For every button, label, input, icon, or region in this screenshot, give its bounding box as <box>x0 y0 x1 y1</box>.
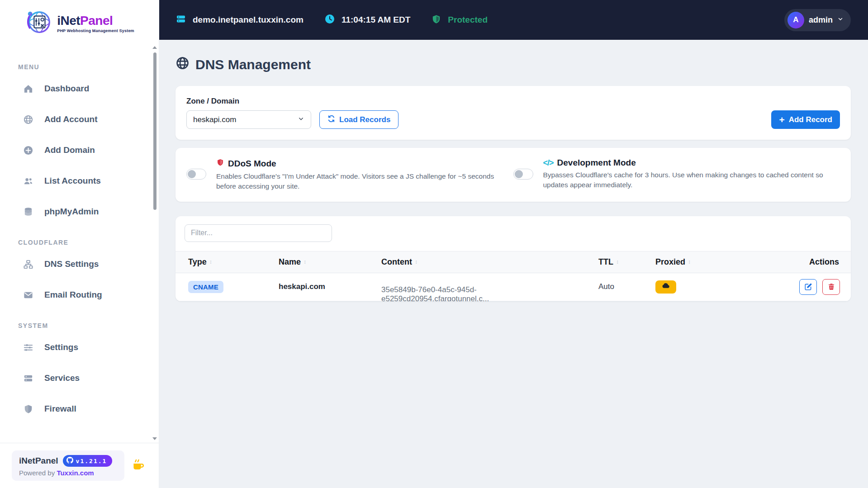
proxied-badge <box>655 280 676 294</box>
shield-icon <box>23 403 33 414</box>
development-mode-block: </> Development Mode Bypasses Cloudflare… <box>513 158 840 192</box>
server-host-icon <box>175 14 186 26</box>
sidebar-item-email-routing[interactable]: Email Routing <box>0 280 159 310</box>
column-header-ttl[interactable]: TTL↕ <box>586 257 643 267</box>
development-mode-description: Bypasses Cloudflare's cache for 3 hours.… <box>543 170 837 190</box>
footer-app-name: iNetPanel <box>19 456 58 466</box>
edit-record-button[interactable] <box>799 279 817 295</box>
user-menu[interactable]: A admin <box>784 9 851 31</box>
zone-domain-label: Zone / Domain <box>186 97 840 106</box>
main-area: demo.inetpanel.tuxxin.com 11:04:15 AM ED… <box>159 0 868 488</box>
ddos-mode-title: DDoS Mode <box>228 159 276 169</box>
chevron-down-icon <box>837 16 844 24</box>
sort-icon: ↕ <box>415 259 417 265</box>
tuxxin-link[interactable]: Tuxxin.com <box>57 469 94 477</box>
table-row: CNAME heskapi.com 35e5849b-76e0-4a5c-945… <box>175 273 851 301</box>
sidebar-scrollbar[interactable] <box>152 46 157 440</box>
column-header-content[interactable]: Content↕ <box>369 257 586 267</box>
scroll-up-icon[interactable] <box>152 46 157 49</box>
column-header-actions: Actions <box>760 257 851 267</box>
zone-select[interactable]: heskapi.com <box>186 110 311 129</box>
version-badge[interactable]: v1.21.1 <box>63 455 113 467</box>
brand-name-inet: iNet <box>57 14 80 28</box>
code-icon: </> <box>543 158 554 168</box>
powered-by-text: Powered by <box>19 469 55 477</box>
clock-icon <box>324 14 335 26</box>
filter-input[interactable] <box>185 224 332 242</box>
database-icon <box>23 206 33 217</box>
delete-record-button[interactable] <box>822 279 840 295</box>
record-type-badge: CNAME <box>188 281 223 293</box>
zone-card: Zone / Domain heskapi.com Load Records + <box>175 86 851 140</box>
avatar: A <box>787 12 804 28</box>
app-root: iNetPanel PHP Webhosting Management Syst… <box>0 0 868 488</box>
sort-icon: ↕ <box>209 259 212 265</box>
sidebar-item-services[interactable]: Services <box>0 363 159 393</box>
envelope-icon <box>23 289 33 300</box>
scrollbar-thumb[interactable] <box>153 52 157 210</box>
sidebar-nav: MENU Dashboard Add Account Add Domain <box>0 43 159 443</box>
column-header-name[interactable]: Name↕ <box>266 257 369 267</box>
records-card: Type↕ Name↕ Content↕ TTL↕ Proxied↕ Actio… <box>175 216 851 301</box>
plus-circle-icon <box>23 145 33 156</box>
load-records-button[interactable]: Load Records <box>319 110 398 129</box>
topbar-time: 11:04:15 AM EDT <box>342 15 410 25</box>
sitemap-icon <box>23 259 33 270</box>
topbar: demo.inetpanel.tuxxin.com 11:04:15 AM ED… <box>159 0 868 40</box>
server-icon <box>23 373 33 384</box>
sidebar: iNetPanel PHP Webhosting Management Syst… <box>0 0 159 488</box>
cloud-icon <box>661 281 671 293</box>
sort-icon: ↕ <box>304 259 306 265</box>
sort-icon: ↕ <box>688 259 691 265</box>
sidebar-item-dns-settings[interactable]: DNS Settings <box>0 249 159 280</box>
version-card: iNetPanel v1.21.1 Powered by Tuxxin.com <box>12 450 124 481</box>
development-mode-toggle[interactable] <box>513 169 533 180</box>
sidebar-item-add-domain[interactable]: Add Domain <box>0 135 159 166</box>
sidebar-item-list-accounts[interactable]: List Accounts <box>0 166 159 196</box>
development-mode-title: Development Mode <box>557 158 636 168</box>
ddos-mode-description: Enables Cloudflare's "I'm Under Attack" … <box>216 171 510 192</box>
user-name: admin <box>809 15 833 25</box>
column-header-proxied[interactable]: Proxied↕ <box>643 257 760 267</box>
version-label: v1.21.1 <box>76 458 107 464</box>
add-record-button[interactable]: + Add Record <box>771 110 840 129</box>
column-header-type[interactable]: Type↕ <box>175 257 266 267</box>
globe-title-icon <box>175 56 190 73</box>
sidebar-item-settings[interactable]: Settings <box>0 332 159 363</box>
ddos-mode-toggle[interactable] <box>186 169 206 180</box>
chevron-down-icon <box>298 115 304 124</box>
brand-wordmark: iNetPanel PHP Webhosting Management Syst… <box>57 14 134 33</box>
nav-section-system: SYSTEM <box>0 322 159 329</box>
sidebar-item-firewall[interactable]: Firewall <box>0 393 159 424</box>
home-icon <box>23 83 33 94</box>
topbar-hostname: demo.inetpanel.tuxxin.com <box>193 15 304 25</box>
brand-logo-icon <box>24 9 52 38</box>
sidebar-item-add-account[interactable]: Add Account <box>0 104 159 135</box>
refresh-icon <box>327 115 335 125</box>
record-content: 35e5849b-76e0-4a5c-945d-e5259cd20954.cfa… <box>369 270 586 301</box>
nav-section-cloudflare: CLOUDFLARE <box>0 239 159 246</box>
protected-shield-icon <box>431 14 441 26</box>
ddos-mode-block: DDoS Mode Enables Cloudflare's "I'm Unde… <box>186 158 513 192</box>
plus-icon: + <box>779 115 784 124</box>
page-title: DNS Management <box>175 56 851 73</box>
protected-status: Protected <box>448 15 488 25</box>
record-ttl: Auto <box>586 282 643 291</box>
sort-icon: ↕ <box>616 259 619 265</box>
sidebar-item-dashboard[interactable]: Dashboard <box>0 73 159 104</box>
ddos-shield-icon <box>216 158 224 169</box>
sidebar-footer: iNetPanel v1.21.1 Powered by Tuxxin.com <box>0 443 159 488</box>
users-icon <box>23 175 33 186</box>
globe-icon <box>23 114 33 125</box>
record-name: heskapi.com <box>266 282 369 291</box>
github-icon <box>66 457 73 465</box>
sidebar-item-phpmyadmin[interactable]: phpMyAdmin <box>0 196 159 227</box>
coffee-icon[interactable] <box>132 458 145 474</box>
brand-logo[interactable]: iNetPanel PHP Webhosting Management Syst… <box>0 0 159 43</box>
nav-section-menu: MENU <box>0 63 159 71</box>
sliders-icon <box>23 342 33 353</box>
scroll-down-icon[interactable] <box>152 437 157 440</box>
brand-name-panel: Panel <box>80 14 113 28</box>
modes-card: DDoS Mode Enables Cloudflare's "I'm Unde… <box>175 148 851 202</box>
zone-select-value: heskapi.com <box>193 115 236 124</box>
